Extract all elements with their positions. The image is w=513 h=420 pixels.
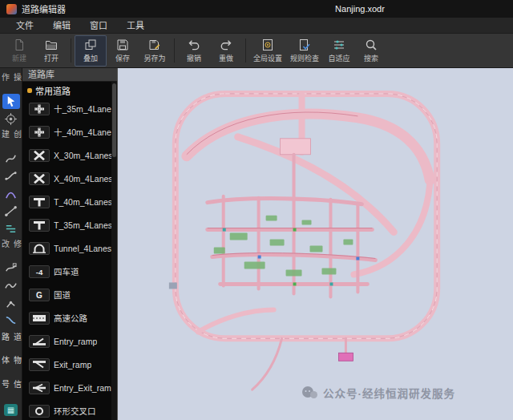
rail-tool-edit-node[interactable] [2, 295, 20, 311]
toolbar-separator [71, 38, 71, 63]
toolbar-button-fit-view[interactable]: 自适应 [323, 35, 355, 67]
rail-tool-link-road[interactable] [2, 220, 20, 236]
menu-item-1[interactable]: 编辑 [43, 17, 80, 34]
toolbar-button-save[interactable]: 保存 [107, 35, 139, 67]
library-item[interactable]: G国道 [22, 283, 117, 306]
library-item-label: X_40m_4Lanes [54, 174, 113, 184]
app-logo-icon [6, 4, 17, 14]
toolbar-button-search[interactable]: 搜索 [355, 35, 387, 67]
toolbar-button-label: 撤销 [187, 53, 201, 63]
document-name: Nanjing.xodr [335, 4, 385, 14]
library-tree: 常用道路 十_35m_4Lanes十_40m_4LanesX_30m_4Lane… [22, 82, 117, 420]
menubar: 文件编辑窗口工具 [0, 18, 513, 34]
toolbar-button-rule-check[interactable]: 规则检查 [286, 35, 323, 67]
rail-section-label-1: 创建 [0, 130, 23, 147]
rule-check-icon [298, 38, 311, 51]
toolbar-button-open-folder[interactable]: 打开 [35, 35, 67, 67]
rail-tool-spline-road[interactable] [2, 186, 20, 202]
edit-node-icon [4, 297, 18, 310]
rail-tool-edit-link[interactable] [2, 313, 20, 329]
g-road-icon: G [29, 289, 50, 301]
save-icon [116, 38, 129, 51]
cross-road-icon [29, 126, 50, 139]
rail-tool-node-road[interactable] [2, 203, 20, 219]
library-item[interactable]: T_35m_4Lanes [22, 213, 117, 236]
lane4-icon: -4 [29, 265, 50, 278]
library-item-label: 环形交叉口 [54, 405, 96, 417]
menu-item-0[interactable]: 文件 [6, 17, 43, 34]
library-item[interactable]: 十_40m_4Lanes [22, 120, 117, 143]
rail-tool-target-crosshair[interactable] [2, 111, 20, 127]
main-area: 操作创建修改道路物体信号▦ 道路库 常用道路 十_35m_4Lanes十_40m… [0, 68, 513, 420]
junction-block [281, 139, 311, 155]
toolbar: 新建打开叠加保存另存为撤销重做全局设置规则检查自适应搜索 [0, 34, 513, 68]
map-canvas[interactable]: 公众号·经纬恒润研发服务 [117, 68, 513, 420]
selected-road-segment[interactable] [338, 353, 353, 361]
ramp-entry-icon [29, 335, 50, 348]
library-item[interactable]: Tunnel_4Lanes [22, 236, 117, 260]
menu-item-3[interactable]: 工具 [117, 17, 154, 34]
toolbar-button-undo[interactable]: 撤销 [178, 35, 210, 67]
library-item[interactable]: 十_35m_4Lanes [22, 97, 117, 120]
library-group-common-roads[interactable]: 常用道路 [22, 83, 117, 97]
library-item[interactable]: X_30m_4Lanes [22, 143, 117, 167]
x-road-icon [29, 149, 50, 162]
spline-road-icon [4, 187, 18, 200]
toolbar-button-global-settings[interactable]: 全局设置 [249, 35, 286, 67]
rail-tool-edit-spline[interactable] [2, 260, 20, 277]
global-settings-icon [261, 38, 274, 51]
rail-tool-select-cursor[interactable] [2, 94, 20, 110]
edit-link-icon [4, 313, 18, 327]
rail-tool-curve-road[interactable] [2, 151, 20, 167]
library-item-label: 国道 [54, 289, 71, 301]
library-item[interactable]: Exit_ramp [22, 353, 117, 376]
toolbar-button-label: 打开 [44, 53, 59, 63]
toolbar-separator [245, 38, 246, 63]
rail-tab-0[interactable]: 道路 [0, 333, 23, 350]
library-group-label: 常用道路 [35, 84, 71, 97]
toolbar-button-label: 规则检查 [290, 53, 319, 63]
link-road-icon [4, 222, 18, 236]
toolbar-button-overlay[interactable]: 叠加 [75, 35, 107, 67]
watermark: 公众号·经纬恒润研发服务 [301, 384, 455, 402]
rail-tab-2[interactable]: 信号 [0, 380, 23, 398]
svg-text:G: G [36, 290, 42, 299]
select-cursor-icon [4, 95, 18, 108]
library-item-label: Exit_ramp [54, 360, 91, 370]
road-library-panel: 道路库 常用道路 十_35m_4Lanes十_40m_4LanesX_30m_4… [22, 68, 117, 420]
rail-section-label-2: 修改 [0, 240, 23, 257]
library-item-label: 高速公路 [54, 312, 87, 324]
rail-tool-edit-wave[interactable] [2, 277, 20, 293]
menu-item-2[interactable]: 窗口 [80, 17, 117, 34]
library-item[interactable]: X_40m_4Lanes [22, 167, 117, 190]
rail-tab-1[interactable]: 物体 [0, 356, 23, 374]
road-editor-window: 道路编辑器 Nanjing.xodr 文件编辑窗口工具 新建打开叠加保存另存为撤… [0, 0, 513, 420]
rail-tool-wave-road[interactable] [2, 168, 20, 184]
library-item-label: X_30m_4Lanes [54, 151, 113, 160]
library-scrollbar[interactable] [111, 82, 117, 420]
app-title: 道路编辑器 [22, 2, 66, 15]
library-item[interactable]: 环形交叉口 [22, 399, 117, 420]
library-scrollbar-thumb[interactable] [112, 83, 116, 157]
tool-rail: 操作创建修改道路物体信号▦ [0, 68, 22, 420]
library-item[interactable]: T_40m_4Lanes [22, 190, 117, 213]
road-network-map [118, 68, 513, 419]
toolbar-button-new-file[interactable]: 新建 [3, 35, 35, 67]
undo-icon [188, 38, 200, 51]
save-as-icon [148, 38, 161, 51]
toolbar-separator [174, 38, 175, 63]
library-item[interactable]: -4四车道 [22, 260, 117, 283]
library-item[interactable]: 高速公路 [22, 306, 117, 329]
library-item[interactable]: Entry_ramp [22, 329, 117, 353]
fit-view-icon [333, 38, 345, 51]
watermark-text: 公众号·经纬恒润研发服务 [323, 385, 455, 401]
open-folder-icon [45, 38, 58, 51]
toolbar-button-label: 自适应 [329, 53, 350, 63]
titlebar: 道路编辑器 Nanjing.xodr [0, 0, 513, 18]
svg-text:-4: -4 [36, 267, 43, 276]
toolbar-button-save-as[interactable]: 另存为 [139, 35, 171, 67]
toolbar-button-redo[interactable]: 重做 [210, 35, 242, 67]
library-item[interactable]: Entry_Exit_ramp [22, 376, 117, 399]
signal-panel-icon[interactable]: ▦ [4, 404, 18, 416]
library-item-label: Entry_Exit_ramp [54, 383, 116, 393]
